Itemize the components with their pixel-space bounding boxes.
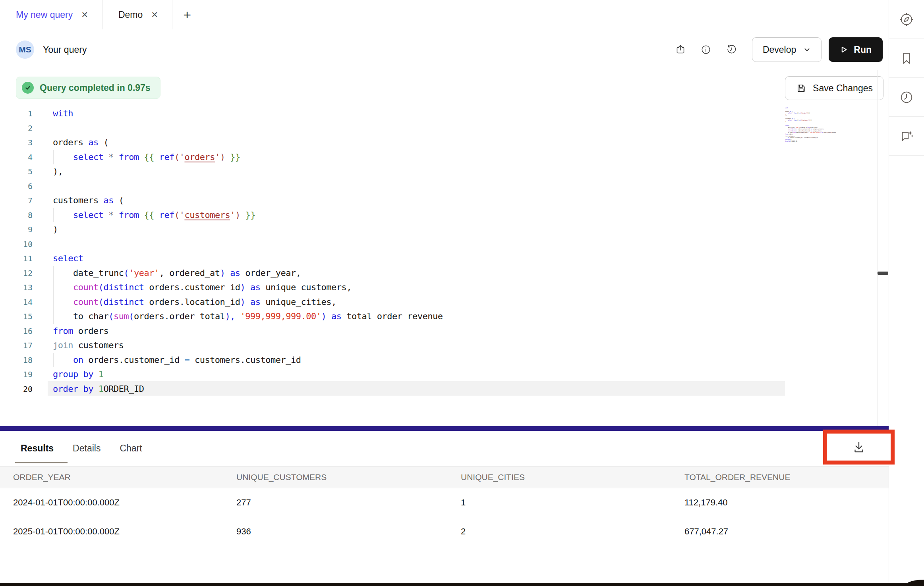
run-label: Run <box>854 44 872 55</box>
table-cell: 2024-01-01T00:00:00.000Z <box>13 497 236 508</box>
panel-resize-divider[interactable] <box>0 426 889 431</box>
app-window: My new query × Demo × + MS Your query <box>0 0 924 586</box>
download-icon <box>851 440 866 455</box>
line-number: 19 <box>0 367 33 382</box>
code-text: order by 1ORDER_ID <box>785 141 797 142</box>
code-text: join customers <box>53 340 124 350</box>
table-row[interactable]: 2025-01-01T00:00:00.000Z9362677,047.27 <box>0 517 889 546</box>
compass-icon <box>899 12 914 27</box>
share-button[interactable] <box>673 42 688 58</box>
line-number: 5 <box>0 164 33 179</box>
code-line[interactable]: 8 select * from {{ ref('customers') }} <box>0 208 889 223</box>
line-number: 3 <box>0 135 33 150</box>
code-text: date_trunc('year', ordered_at) as order_… <box>785 127 818 128</box>
code-line[interactable]: 12 date_trunc('year', ordered_at) as ord… <box>0 266 889 281</box>
code-text: from orders <box>785 134 793 135</box>
scrollbar-thumb[interactable] <box>878 272 888 275</box>
right-sidebar <box>889 0 924 583</box>
close-icon[interactable]: × <box>81 10 88 20</box>
code-line[interactable]: 13 count(distinct orders.customer_id) as… <box>0 280 889 295</box>
results-tab-chart[interactable]: Chart <box>120 443 142 454</box>
column-header: UNIQUE_CITIES <box>461 472 684 482</box>
save-icon <box>796 83 806 94</box>
line-number: 2 <box>0 121 33 136</box>
save-label: Save Changes <box>813 83 873 94</box>
new-tab-button[interactable]: + <box>172 0 202 29</box>
code-text: count(distinct orders.location_id) as un… <box>53 297 336 307</box>
code-line[interactable]: 10 <box>0 237 889 252</box>
save-changes-button[interactable]: Save Changes <box>785 76 883 100</box>
tab-label: My new query <box>16 10 73 20</box>
code-lines: 1with23orders as (4 select * from {{ ref… <box>0 106 889 396</box>
code-line[interactable]: 15 to_char(sum(orders.order_total), '999… <box>0 309 889 324</box>
sql-editor[interactable]: Query completed in 0.97s Save Changes 1w… <box>0 70 889 426</box>
tab-my-new-query[interactable]: My new query × <box>0 0 102 29</box>
bookmark-icon <box>899 51 914 66</box>
close-icon[interactable]: × <box>151 10 158 20</box>
results-panel: ResultsDetailsChart ORDER_YEARUNIQUE_CUS… <box>0 431 889 583</box>
code-text: customers as ( <box>785 118 794 119</box>
code-text: ), <box>785 114 787 116</box>
code-line[interactable]: 19group by 1 <box>0 367 889 382</box>
code-line[interactable]: 14 count(distinct orders.location_id) as… <box>0 295 889 310</box>
code-text: ), <box>53 166 63 176</box>
code-text: to_char(sum(orders.order_total), '999,99… <box>53 311 443 321</box>
ai-chat-button[interactable] <box>889 117 924 156</box>
tab-demo[interactable]: Demo × <box>102 0 172 29</box>
line-number: 17 <box>0 338 33 353</box>
line-number: 20 <box>0 382 33 397</box>
code-line[interactable]: 3orders as ( <box>0 135 889 150</box>
code-text: count(distinct orders.location_id) as un… <box>785 130 822 131</box>
code-line[interactable]: 11select <box>0 251 889 266</box>
code-text: count(distinct orders.customer_id) as un… <box>785 129 824 130</box>
run-button[interactable]: Run <box>829 37 883 62</box>
develop-dropdown[interactable]: Develop <box>752 37 822 62</box>
line-number: 9 <box>0 222 33 237</box>
chevron-down-icon <box>803 46 811 53</box>
table-cell: 936 <box>236 526 461 537</box>
results-table: ORDER_YEARUNIQUE_CUSTOMERSUNIQUE_CITIEST… <box>0 466 889 546</box>
code-text: select * from {{ ref('orders') }} <box>785 113 810 114</box>
minimap[interactable]: withorders as ( select * from {{ ref('or… <box>785 107 855 147</box>
code-text: ) <box>785 121 786 123</box>
code-line[interactable]: 17join customers <box>0 338 889 353</box>
download-results-button[interactable] <box>849 439 869 455</box>
line-number: 10 <box>0 237 33 252</box>
code-text: with <box>53 108 73 118</box>
code-line[interactable]: 4 select * from {{ ref('orders') }} <box>0 150 889 165</box>
code-text: select <box>785 125 789 126</box>
table-cell: 677,047.27 <box>684 526 889 537</box>
table-body: 2024-01-01T00:00:00.000Z2771112,179.4020… <box>0 488 889 546</box>
history-panel-button[interactable] <box>889 78 924 117</box>
tab-label: Demo <box>118 10 143 20</box>
code-text: orders as ( <box>53 137 108 147</box>
code-text: select * from {{ ref('orders') }} <box>53 152 240 162</box>
code-line[interactable]: 9) <box>0 222 889 237</box>
code-line[interactable]: 18 on orders.customer_id = customers.cus… <box>0 353 889 368</box>
column-header: ORDER_YEAR <box>13 472 236 482</box>
code-text: with <box>785 108 788 109</box>
code-line[interactable]: 20order by 1ORDER_ID <box>0 382 889 397</box>
history-button[interactable] <box>723 42 739 58</box>
code-line[interactable]: 16from orders <box>0 324 889 339</box>
table-row[interactable]: 2024-01-01T00:00:00.000Z2771112,179.40 <box>0 488 889 517</box>
clock-icon <box>899 90 914 105</box>
results-tab-details[interactable]: Details <box>73 443 101 454</box>
column-header: TOTAL_ORDER_REVENUE <box>684 472 889 482</box>
query-status-text: Query completed in 0.97s <box>40 83 151 93</box>
line-number: 12 <box>0 266 33 281</box>
table-cell: 1 <box>461 497 684 508</box>
info-button[interactable] <box>698 42 714 58</box>
results-tab-results[interactable]: Results <box>21 443 54 454</box>
develop-label: Develop <box>763 44 796 55</box>
column-header: UNIQUE_CUSTOMERS <box>236 472 461 482</box>
bookmarks-button[interactable] <box>889 39 924 78</box>
explore-button[interactable] <box>889 0 924 39</box>
code-line[interactable]: 2 <box>0 121 889 136</box>
code-line[interactable]: 5), <box>0 164 889 179</box>
code-text: from orders <box>53 326 108 336</box>
code-line[interactable]: 6 <box>0 179 889 194</box>
code-text: date_trunc('year', ordered_at) as order_… <box>53 268 301 278</box>
code-line[interactable]: 1with <box>0 106 889 121</box>
code-line[interactable]: 7customers as ( <box>0 193 889 208</box>
